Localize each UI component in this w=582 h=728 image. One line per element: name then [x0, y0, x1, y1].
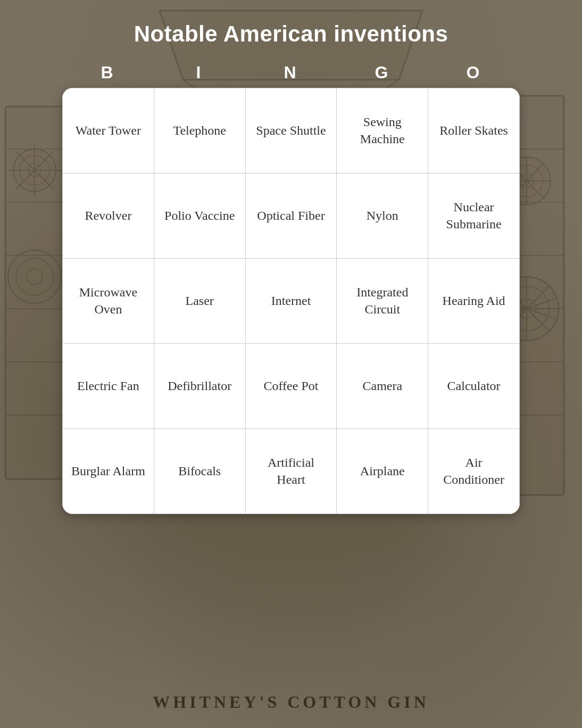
bingo-cell[interactable]: Integrated Circuit — [337, 259, 428, 344]
bingo-cell[interactable]: Defibrillator — [154, 344, 246, 429]
bingo-cell[interactable]: Water Tower — [63, 88, 154, 173]
bingo-cell[interactable]: Bifocals — [154, 429, 246, 514]
bingo-card: Water TowerTelephoneSpace ShuttleSewing … — [62, 88, 520, 514]
page-container: Notable American inventions BINGO Water … — [0, 0, 582, 728]
bingo-header-letter: I — [154, 63, 245, 82]
bingo-cell[interactable]: Hearing Aid — [428, 259, 520, 344]
bingo-cell[interactable]: Roller Skates — [428, 88, 520, 173]
bingo-cell[interactable]: Optical Fiber — [246, 173, 337, 259]
bingo-cell[interactable]: Internet — [246, 259, 337, 344]
bingo-cell[interactable]: Laser — [154, 259, 246, 344]
bingo-header-letter: G — [337, 63, 428, 82]
bingo-header-letter: B — [62, 63, 154, 82]
bingo-cell[interactable]: Burglar Alarm — [63, 429, 154, 514]
bingo-cell[interactable]: Air Conditioner — [428, 429, 520, 514]
bingo-cell[interactable]: Sewing Machine — [337, 88, 428, 173]
bingo-cell[interactable]: Camera — [337, 344, 428, 429]
bingo-header: BINGO — [62, 63, 520, 88]
bingo-cell[interactable]: Airplane — [337, 429, 428, 514]
bingo-cell[interactable]: Calculator — [428, 344, 520, 429]
bingo-cell[interactable]: Telephone — [154, 88, 246, 173]
bingo-cell[interactable]: Nuclear Submarine — [428, 173, 520, 259]
bingo-header-letter: O — [428, 63, 520, 82]
bingo-cell[interactable]: Revolver — [63, 173, 154, 259]
bingo-cell[interactable]: Space Shuttle — [246, 88, 337, 173]
page-title: Notable American inventions — [134, 21, 448, 47]
bingo-cell[interactable]: Polio Vaccine — [154, 173, 246, 259]
bottom-text: Whitney's Cotton Gin — [0, 692, 582, 712]
bingo-grid: Water TowerTelephoneSpace ShuttleSewing … — [62, 88, 520, 514]
bingo-cell[interactable]: Artificial Heart — [246, 429, 337, 514]
bingo-cell[interactable]: Coffee Pot — [246, 344, 337, 429]
bingo-cell[interactable]: Microwave Oven — [63, 259, 154, 344]
bingo-header-letter: N — [245, 63, 337, 82]
bingo-wrapper: BINGO Water TowerTelephoneSpace ShuttleS… — [62, 63, 520, 514]
bingo-cell[interactable]: Electric Fan — [63, 344, 154, 429]
bingo-cell[interactable]: Nylon — [337, 173, 428, 259]
